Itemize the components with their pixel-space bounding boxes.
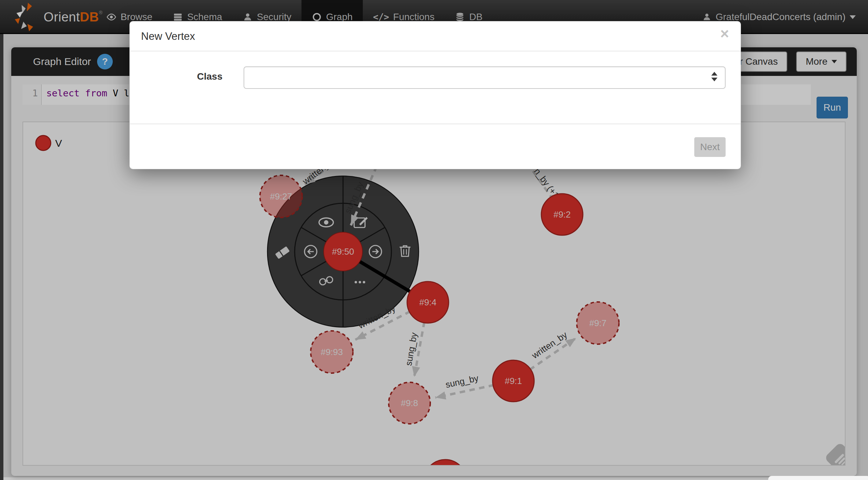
bottom-right-card bbox=[768, 476, 868, 480]
next-button[interactable]: Next bbox=[694, 137, 726, 157]
close-icon[interactable]: × bbox=[720, 26, 729, 41]
new-vertex-modal: New Vertex × Class Next bbox=[129, 21, 741, 169]
modal-footer: Next bbox=[130, 124, 741, 170]
orientdb-studio: OrientDB® Browse Schema Security Graph <… bbox=[0, 0, 868, 480]
select-arrows-icon bbox=[711, 72, 717, 81]
modal-header: New Vertex × bbox=[130, 21, 741, 51]
class-label: Class bbox=[130, 71, 222, 82]
class-select[interactable] bbox=[244, 66, 726, 89]
modal-title: New Vertex bbox=[141, 30, 195, 43]
